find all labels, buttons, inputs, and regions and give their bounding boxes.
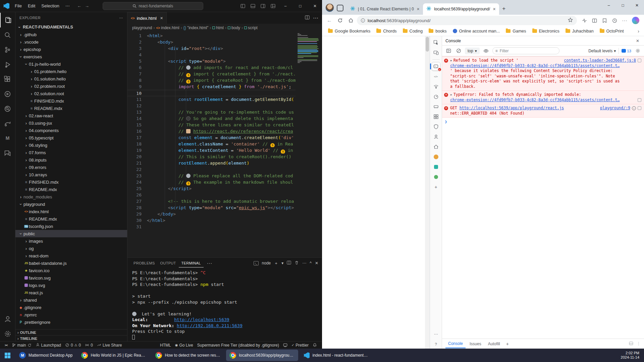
tree-folder-03.using-jsx[interactable]: ›03.using-jsx [15, 119, 127, 127]
devtools-more-panels-icon[interactable]: + [432, 183, 440, 191]
breadcrumb-item[interactable]: body [228, 25, 240, 30]
browser-tab-2[interactable]: localhost:5639/app/playground/✕ [423, 3, 499, 15]
menu-selection[interactable]: Selection [39, 2, 62, 10]
source-control-icon[interactable] [0, 42, 15, 57]
tree-folder-02.problem.root[interactable]: ›02.problem.root [15, 82, 127, 90]
tree-folder-epicshop[interactable]: ›epicshop [15, 46, 127, 53]
section-timeline[interactable]: ›TIMELINE [15, 335, 127, 341]
devtools-performance-icon[interactable] [432, 92, 440, 101]
split-editor-icon[interactable] [305, 15, 310, 21]
history-forward-button[interactable]: → [85, 3, 89, 8]
message-link[interactable]: chrome-extension://4fd90fb7-b033-4c82-8a… [450, 98, 620, 102]
minimize-button[interactable]: – [279, 0, 292, 12]
console-sidebar-icon[interactable] [445, 47, 452, 55]
dock-icon[interactable] [629, 341, 633, 347]
tree-folder-.vscode[interactable]: ›.vscode [15, 38, 127, 46]
close-tab-icon[interactable]: ✕ [417, 7, 420, 11]
devtools-security-icon[interactable] [432, 122, 440, 131]
devtools-cookies-icon[interactable] [432, 153, 440, 161]
devtools-extension-green-icon[interactable] [432, 173, 440, 181]
devtools-help-icon[interactable]: ? [432, 340, 440, 349]
split-screen-icon[interactable] [590, 16, 599, 25]
start-button[interactable] [0, 349, 15, 362]
profile-avatar[interactable] [325, 3, 334, 12]
tree-file-logo.svg[interactable]: logo.svg [15, 282, 127, 289]
tree-file-FINISHED.mdx[interactable]: ≡FINISHED.mdx [15, 97, 127, 105]
tree-folder-01.js-hello-world[interactable]: ›01.js-hello-world [15, 60, 127, 68]
tree-folder-04.components[interactable]: ›04.components [15, 127, 127, 134]
tree-folder-shared[interactable]: ›shared [15, 296, 127, 304]
live-expression-eye-icon[interactable] [482, 47, 490, 55]
status-git-branch[interactable]: main [10, 342, 34, 349]
remote-search-icon[interactable] [0, 101, 15, 116]
tree-folder-09.errors[interactable]: ›09.errors [15, 164, 127, 171]
settings-more-icon[interactable]: ⋯ [620, 16, 629, 25]
taskbar-clock[interactable]: 2:02 PM 2024-11-14 [621, 351, 644, 360]
status-launchpad[interactable]: Launchpad [34, 342, 63, 349]
status-notifications[interactable] [311, 342, 319, 349]
status-prettier[interactable]: ✓Prettier [289, 342, 311, 349]
bookmark-juhachiban[interactable]: Juhachiban [563, 28, 596, 35]
breadcrumb-item[interactable]: script [244, 25, 258, 30]
devtools-sources-icon[interactable]: </> [432, 72, 440, 81]
tree-folder-images[interactable]: ›images [15, 237, 127, 245]
tree-file-.npmrc[interactable]: n.npmrc [15, 311, 127, 318]
tree-folder-node_modules[interactable]: ›node_modules [15, 193, 127, 200]
expand-triangle-icon[interactable]: ▸ [450, 92, 452, 97]
tree-file-README.mdx[interactable]: ≡README.mdx [15, 105, 127, 112]
browser-essentials-icon[interactable] [580, 16, 589, 25]
search-icon[interactable] [0, 27, 15, 42]
minimize-button[interactable]: – [602, 0, 616, 11]
expand-triangle-icon[interactable]: ▸ [450, 58, 452, 63]
tree-file-FINISHED.mdx[interactable]: ≡FINISHED.mdx [15, 178, 127, 186]
panel-overflow-icon[interactable]: ⋯ [302, 261, 306, 265]
panel-tab-output[interactable]: OUTPUT [158, 259, 179, 267]
bookmark-electronics[interactable]: Electronics [530, 28, 562, 35]
tree-folder-og[interactable]: ›og [15, 245, 127, 252]
status-ports[interactable]: 0 [83, 342, 95, 349]
devtools-application-icon[interactable] [432, 112, 440, 121]
info-icon[interactable]: i [632, 106, 636, 110]
devtools-more-tools-icon[interactable]: ⋯ [432, 330, 440, 339]
drawer-tab-autofill[interactable]: Autofill [485, 340, 503, 348]
tree-file-.prettierignore[interactable]: P.prettierignore [15, 318, 127, 326]
maximize-panel-icon[interactable]: ^ [310, 261, 312, 265]
code-editor[interactable]: 1<html>2 <body>3 <div id="root"></div>45… [127, 32, 322, 257]
close-button[interactable]: ✕ [630, 0, 644, 11]
tree-folder-01.problem.hello[interactable]: ›01.problem.hello [15, 68, 127, 75]
clear-console-icon[interactable] [455, 47, 462, 55]
bookmark-coding[interactable]: Coding [400, 28, 426, 35]
copilot-icon[interactable] [632, 17, 639, 24]
close-tab-icon[interactable]: ✕ [493, 7, 496, 11]
tree-file-react.js[interactable]: JSreact.js [15, 289, 127, 296]
source-location-link[interactable]: playground/:9 [600, 106, 630, 111]
breadcrumb[interactable]: playground›<>index.html›{} "index.html"›… [127, 24, 322, 32]
panel-tab-terminal[interactable]: TERMINAL [179, 259, 204, 267]
bookmark-books[interactable]: books [426, 28, 449, 35]
command-center-search[interactable]: react-fundamentals [103, 2, 203, 10]
drawer-tab-console[interactable]: Console [445, 340, 466, 348]
tree-file-index.html[interactable]: <>index.html [15, 208, 127, 215]
explorer-icon[interactable] [0, 13, 15, 27]
tree-folder-01.solution.hello[interactable]: ›01.solution.hello [15, 75, 127, 82]
bookmark-octoprint[interactable]: OctoPrint [597, 28, 627, 35]
bookmark-chords[interactable]: Chords [374, 28, 399, 35]
drawer-add-icon[interactable]: + [504, 341, 511, 347]
console-filter-input[interactable]: ≡Filter [492, 47, 559, 54]
tree-folder-react-dom[interactable]: ›react-dom [15, 252, 127, 259]
tree-file-.gitignore[interactable]: ◆.gitignore [15, 304, 127, 311]
chat-icon[interactable] [0, 145, 15, 160]
message-link[interactable]: chrome-extension://4fd90fb7-b033-4c82-8a… [450, 63, 620, 68]
tree-folder-10.arrays[interactable]: ›10.arrays [15, 171, 127, 178]
bookmarks-overflow-icon[interactable]: › [636, 28, 641, 34]
menu-file[interactable]: File [12, 2, 24, 10]
devtools-console-icon[interactable]: >_✕ [432, 62, 440, 71]
tree-folder-playground[interactable]: ›playground [15, 200, 127, 208]
close-devtools-icon[interactable]: ✕ [635, 37, 641, 45]
mattermost-icon[interactable]: M [0, 131, 15, 145]
kill-terminal-icon[interactable] [294, 260, 299, 266]
address-bar[interactable]: i localhost:5639/app/playground/ [357, 16, 577, 25]
history-icon[interactable] [610, 16, 619, 25]
tree-file-babel-standalone.js[interactable]: JSbabel-standalone.js [15, 259, 127, 267]
editor-tab-index-html[interactable]: <> index.html ✕ [127, 12, 167, 24]
